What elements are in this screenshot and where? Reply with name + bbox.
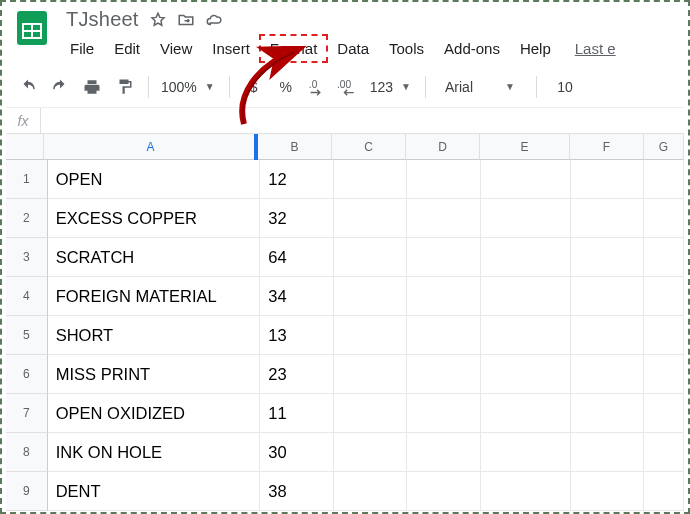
cell[interactable] (407, 433, 481, 472)
cell[interactable]: 38 (260, 472, 334, 511)
more-formats-button[interactable]: 123 ▼ (368, 79, 415, 95)
column-header-g[interactable]: G (644, 134, 684, 160)
menu-view[interactable]: View (150, 35, 202, 62)
document-title[interactable]: TJsheet (66, 8, 139, 31)
cell[interactable] (407, 238, 481, 277)
cell[interactable] (334, 277, 408, 316)
font-family-select[interactable]: Arial ▼ (436, 78, 526, 96)
cell[interactable] (571, 472, 645, 511)
column-header-e[interactable]: E (480, 134, 570, 160)
cell[interactable]: 32 (260, 199, 334, 238)
menu-file[interactable]: File (60, 35, 104, 62)
cell[interactable]: SHORT (48, 316, 261, 355)
cell[interactable]: 64 (260, 238, 334, 277)
cell[interactable] (334, 355, 408, 394)
cell[interactable] (407, 277, 481, 316)
paint-format-button[interactable] (110, 73, 138, 101)
cell[interactable] (644, 355, 684, 394)
cell[interactable]: 12 (260, 160, 334, 199)
row-header[interactable]: 5 (6, 316, 48, 355)
cell[interactable] (644, 394, 684, 433)
cell[interactable] (571, 316, 645, 355)
menu-data[interactable]: Data (327, 35, 379, 62)
cell[interactable] (571, 238, 645, 277)
cell[interactable] (481, 277, 570, 316)
redo-button[interactable] (46, 73, 74, 101)
cell[interactable] (571, 277, 645, 316)
row-header[interactable]: 9 (6, 472, 48, 511)
cell[interactable] (481, 238, 570, 277)
menu-insert[interactable]: Insert (202, 35, 260, 62)
column-header-b[interactable]: B (258, 134, 332, 160)
currency-button[interactable]: $ (240, 73, 268, 101)
cell[interactable]: FOREIGN MATERIAL (48, 277, 261, 316)
cloud-status-icon[interactable] (205, 11, 223, 29)
cell[interactable]: 34 (260, 277, 334, 316)
cell[interactable] (334, 472, 408, 511)
cell[interactable] (334, 316, 408, 355)
cell[interactable] (644, 472, 684, 511)
cell[interactable] (407, 394, 481, 433)
row-header[interactable]: 3 (6, 238, 48, 277)
cell[interactable]: 23 (260, 355, 334, 394)
cell[interactable] (571, 199, 645, 238)
move-to-folder-icon[interactable] (177, 11, 195, 29)
cell[interactable] (481, 199, 570, 238)
column-header-c[interactable]: C (332, 134, 406, 160)
cell[interactable] (334, 238, 408, 277)
percent-button[interactable]: % (272, 73, 300, 101)
cell[interactable] (571, 394, 645, 433)
cell[interactable] (481, 394, 570, 433)
menu-format[interactable]: Format (260, 35, 328, 62)
cell[interactable]: 30 (260, 433, 334, 472)
menu-help[interactable]: Help (510, 35, 561, 62)
star-icon[interactable] (149, 11, 167, 29)
cell[interactable]: 13 (260, 316, 334, 355)
cell[interactable] (644, 160, 684, 199)
cell[interactable] (571, 355, 645, 394)
cell[interactable] (334, 394, 408, 433)
row-header[interactable]: 2 (6, 199, 48, 238)
undo-button[interactable] (14, 73, 42, 101)
cell[interactable] (644, 277, 684, 316)
cell[interactable] (407, 316, 481, 355)
increase-decimal-button[interactable]: .00 (336, 73, 364, 101)
cell[interactable] (644, 433, 684, 472)
font-size-select[interactable]: 10 (547, 79, 583, 95)
cell[interactable] (481, 355, 570, 394)
select-all-corner[interactable] (6, 134, 44, 160)
menu-addons[interactable]: Add-ons (434, 35, 510, 62)
column-header-a[interactable]: A (44, 134, 258, 160)
cell[interactable]: DENT (48, 472, 261, 511)
cell[interactable]: EXCESS COPPER (48, 199, 261, 238)
cell[interactable]: 11 (260, 394, 334, 433)
print-button[interactable] (78, 73, 106, 101)
cell[interactable] (644, 199, 684, 238)
row-header[interactable]: 8 (6, 433, 48, 472)
row-header[interactable]: 6 (6, 355, 48, 394)
column-header-f[interactable]: F (570, 134, 644, 160)
column-header-d[interactable]: D (406, 134, 480, 160)
row-header[interactable]: 7 (6, 394, 48, 433)
row-header[interactable]: 4 (6, 277, 48, 316)
formula-input[interactable] (41, 108, 684, 133)
cell[interactable]: MISS PRINT (48, 355, 261, 394)
menu-last-edit[interactable]: Last e (565, 35, 626, 62)
menu-edit[interactable]: Edit (104, 35, 150, 62)
cell[interactable] (571, 160, 645, 199)
decrease-decimal-button[interactable]: .0 (304, 73, 332, 101)
cell[interactable] (334, 199, 408, 238)
cell[interactable] (407, 160, 481, 199)
row-header[interactable]: 1 (6, 160, 48, 199)
cell[interactable] (407, 199, 481, 238)
cell[interactable] (571, 433, 645, 472)
cell[interactable] (481, 316, 570, 355)
cell[interactable]: OPEN OXIDIZED (48, 394, 261, 433)
cell[interactable] (407, 472, 481, 511)
cell[interactable]: OPEN (48, 160, 261, 199)
cell[interactable] (481, 472, 570, 511)
cell[interactable] (334, 433, 408, 472)
cell[interactable] (481, 160, 570, 199)
cell[interactable] (334, 160, 408, 199)
zoom-select[interactable]: 100% ▼ (159, 79, 219, 95)
